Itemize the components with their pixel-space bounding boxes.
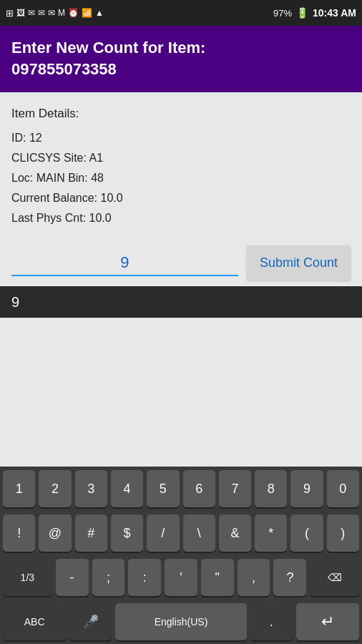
keyboard-suggestion-bar: 9 <box>0 286 362 318</box>
key-8[interactable]: 8 <box>255 470 287 507</box>
key-colon[interactable]: : <box>128 559 161 596</box>
backspace-key[interactable]: ⌫ <box>310 559 359 596</box>
key-language[interactable]: English(US) <box>115 603 247 640</box>
item-details-section: Item Details: ID: 12 CLICSYS Site: A1 Lo… <box>0 92 362 237</box>
key-123-toggle[interactable]: 1/3 <box>3 559 52 596</box>
key-comma[interactable]: , <box>238 559 270 596</box>
time-display: 10:43 AM <box>313 7 356 19</box>
key-9[interactable]: 9 <box>290 470 323 507</box>
key-semicolon[interactable]: ; <box>92 559 125 596</box>
count-input[interactable] <box>11 250 238 276</box>
keyboard-row-2: ! @ # $ / \ & * ( ) <box>0 511 362 555</box>
email-icon-1: ✉ <box>28 8 35 18</box>
suggestion-text: 9 <box>11 294 19 311</box>
keyboard: 1 2 3 4 5 6 7 8 9 0 ! @ # $ / \ & * ( ) … <box>0 467 362 644</box>
status-right: 97% 🔋 10:43 AM <box>273 7 356 19</box>
status-bar: ⊞ 🖼 ✉ ✉ ✉ M ⏰ 📶 ▲ 97% 🔋 10:43 AM <box>0 0 362 26</box>
key-lparen[interactable]: ( <box>290 514 323 552</box>
key-backslash[interactable]: \ <box>183 514 215 552</box>
key-4[interactable]: 4 <box>111 470 143 507</box>
key-enter[interactable]: ↵ <box>296 603 359 640</box>
count-input-row: Submit Count <box>0 237 362 286</box>
key-rparen[interactable]: ) <box>327 514 359 552</box>
key-question[interactable]: ? <box>273 559 306 596</box>
email-icon-2: ✉ <box>38 8 45 18</box>
key-dollar[interactable]: $ <box>111 514 143 552</box>
signal-icon: ▲ <box>95 8 104 18</box>
item-details-label: Item Details: <box>11 107 351 121</box>
key-at[interactable]: @ <box>39 514 71 552</box>
key-period[interactable]: . <box>250 603 293 640</box>
detail-id: ID: 12 <box>11 130 351 147</box>
key-6[interactable]: 6 <box>183 470 215 507</box>
key-3[interactable]: 3 <box>75 470 107 507</box>
key-hash[interactable]: # <box>75 514 107 552</box>
key-ampersand[interactable]: & <box>219 514 251 552</box>
key-2[interactable]: 2 <box>39 470 71 507</box>
mail-icon: M <box>58 8 65 18</box>
key-star[interactable]: * <box>255 514 287 552</box>
keyboard-row-1: 1 2 3 4 5 6 7 8 9 0 <box>0 467 362 511</box>
detail-loc: Loc: MAIN Bin: 48 <box>11 170 351 187</box>
page-title: Enter New Count for Item:097855073358 <box>11 37 351 79</box>
battery-text: 97% <box>273 8 292 19</box>
wifi-icon: 📶 <box>82 8 92 18</box>
key-quote[interactable]: " <box>201 559 234 596</box>
key-apostrophe[interactable]: ' <box>165 559 197 596</box>
detail-site: CLICSYS Site: A1 <box>11 150 351 167</box>
keyboard-row-4: ABC 🎤 English(US) . ↵ <box>0 600 362 644</box>
key-mic[interactable]: 🎤 <box>69 603 112 640</box>
alarm-icon: ⏰ <box>68 8 79 18</box>
submit-count-button[interactable]: Submit Count <box>247 245 351 280</box>
key-1[interactable]: 1 <box>3 470 35 507</box>
key-slash[interactable]: / <box>147 514 179 552</box>
battery-icon: 🔋 <box>296 7 308 19</box>
key-exclaim[interactable]: ! <box>3 514 35 552</box>
detail-last-cnt: Last Phys Cnt: 10.0 <box>11 210 351 227</box>
key-5[interactable]: 5 <box>147 470 179 507</box>
email-icon-3: ✉ <box>48 8 55 18</box>
page-header: Enter New Count for Item:097855073358 <box>0 26 362 92</box>
status-icons-left: ⊞ 🖼 ✉ ✉ ✉ M ⏰ 📶 ▲ <box>6 8 104 19</box>
notification-icon: ⊞ <box>6 8 14 19</box>
key-0[interactable]: 0 <box>327 470 359 507</box>
key-abc[interactable]: ABC <box>3 603 66 640</box>
keyboard-row-3: 1/3 - ; : ' " , ? ⌫ <box>0 555 362 600</box>
detail-balance: Current Balance: 10.0 <box>11 190 351 207</box>
key-minus[interactable]: - <box>56 559 89 596</box>
photo-icon: 🖼 <box>16 8 25 18</box>
key-7[interactable]: 7 <box>219 470 251 507</box>
